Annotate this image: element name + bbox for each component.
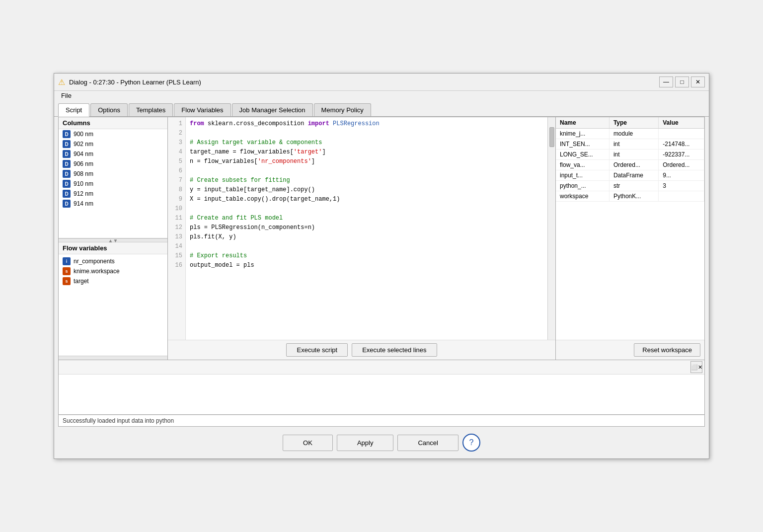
col-type-badge: D — [63, 130, 71, 138]
execute-script-button[interactable]: Execute script — [286, 343, 348, 357]
var-name: target — [74, 278, 89, 285]
reset-btn-row: Reset workspace — [556, 340, 704, 360]
bottom-buttons: OK Apply Cancel ? — [54, 427, 709, 458]
title-bar: ⚠ Dialog - 0:27:30 - Python Learner (PLS… — [54, 74, 709, 91]
column-item[interactable]: D910 nm — [59, 179, 167, 189]
columns-header: Columns — [59, 117, 167, 129]
var-badge: s — [63, 277, 71, 285]
workspace-table[interactable]: Name Type Value knime_j...moduleINT_SEN.… — [556, 117, 704, 340]
editor-scroll-v[interactable] — [547, 117, 555, 340]
main-content: Columns D900 nmD902 nmD904 nmD906 nmD908… — [58, 117, 705, 360]
col-name: 912 nm — [74, 190, 93, 197]
flow-var-item[interactable]: starget — [59, 276, 167, 286]
column-item[interactable]: D900 nm — [59, 129, 167, 139]
col-name: 900 nm — [74, 131, 93, 138]
minimize-button[interactable]: — — [659, 76, 673, 87]
ws-col-value: Value — [659, 117, 704, 129]
column-item[interactable]: D908 nm — [59, 169, 167, 179]
maximize-button[interactable]: □ — [675, 76, 689, 87]
ws-row-name: LONG_SE... — [556, 150, 609, 160]
tab-memory-policy[interactable]: Memory Policy — [314, 103, 371, 116]
clear-output-button[interactable]: ⬜✕ — [690, 361, 702, 373]
columns-resize-handle[interactable]: ▲▼ — [59, 238, 167, 242]
code-line: output_model = pls — [190, 261, 543, 270]
col-type-badge: D — [63, 160, 71, 168]
code-line: # Assign target variable & components — [190, 138, 543, 148]
left-panel-resize[interactable] — [59, 356, 167, 360]
tab-flow-variables[interactable]: Flow Variables — [174, 103, 230, 116]
ws-row-type: str — [609, 181, 658, 191]
editor-area: 12345678910111213141516 from sklearn.cro… — [168, 117, 555, 360]
flow-var-item[interactable]: inr_components — [59, 256, 167, 266]
var-badge: i — [63, 257, 71, 265]
table-row[interactable]: workspacePythonK... — [556, 191, 704, 202]
workspace-vars-table: Name Type Value knime_j...moduleINT_SEN.… — [556, 117, 704, 202]
ws-row-value — [659, 129, 704, 139]
col-name: 914 nm — [74, 200, 93, 207]
column-item[interactable]: D902 nm — [59, 139, 167, 149]
column-item[interactable]: D912 nm — [59, 189, 167, 199]
col-type-badge: D — [63, 140, 71, 148]
ws-row-value: 3 — [659, 181, 704, 191]
apply-button[interactable]: Apply — [337, 435, 394, 451]
ws-row-name: python_... — [556, 181, 609, 191]
code-line — [190, 242, 543, 251]
left-panel: Columns D900 nmD902 nmD904 nmD906 nmD908… — [59, 117, 168, 360]
ok-button[interactable]: OK — [283, 435, 333, 451]
status-bar: Successfully loaded input data into pyth… — [58, 415, 705, 427]
code-content[interactable]: from sklearn.cross_decomposition import … — [186, 117, 547, 340]
code-line: # Create subsets for fitting — [190, 176, 543, 185]
code-line: pls = PLSRegression(n_components=n) — [190, 223, 543, 232]
col-type-badge: D — [63, 150, 71, 158]
col-type-badge: D — [63, 200, 71, 208]
col-type-badge: D — [63, 170, 71, 178]
editor-buttons: Execute script Execute selected lines — [168, 340, 555, 360]
columns-list[interactable]: D900 nmD902 nmD904 nmD906 nmD908 nmD910 … — [59, 129, 167, 238]
col-name: 906 nm — [74, 160, 93, 167]
column-item[interactable]: D906 nm — [59, 159, 167, 169]
col-name: 908 nm — [74, 170, 93, 177]
scroll-thumb[interactable] — [549, 127, 554, 147]
reset-workspace-button[interactable]: Reset workspace — [634, 343, 700, 357]
flow-var-item[interactable]: sknime.workspace — [59, 266, 167, 276]
clear-icon: ⬜✕ — [691, 364, 702, 371]
close-button[interactable]: ✕ — [691, 76, 705, 87]
line-numbers: 12345678910111213141516 — [168, 117, 186, 340]
ws-row-value: -214748... — [659, 139, 704, 150]
table-row[interactable]: python_...str3 — [556, 181, 704, 191]
table-row[interactable]: knime_j...module — [556, 129, 704, 139]
ws-row-type: DataFrame — [609, 170, 658, 181]
column-item[interactable]: D904 nm — [59, 149, 167, 159]
tab-templates[interactable]: Templates — [129, 103, 173, 116]
ws-row-name: knime_j... — [556, 129, 609, 139]
tab-options[interactable]: Options — [90, 103, 128, 116]
main-window: ⚠ Dialog - 0:27:30 - Python Learner (PLS… — [54, 73, 709, 459]
ws-row-name: workspace — [556, 191, 609, 202]
code-editor[interactable]: 12345678910111213141516 from sklearn.cro… — [168, 117, 555, 340]
file-menu[interactable]: File — [58, 91, 75, 100]
code-line: y = input_table[target_name].copy() — [190, 185, 543, 195]
execute-selected-button[interactable]: Execute selected lines — [352, 343, 437, 357]
table-row[interactable]: input_t...DataFrame9... — [556, 170, 704, 181]
code-line: # Create and fit PLS model — [190, 214, 543, 223]
table-row[interactable]: flow_va...Ordered...Ordered... — [556, 160, 704, 170]
ws-row-name: flow_va... — [556, 160, 609, 170]
code-line: from sklearn.cross_decomposition import … — [190, 119, 543, 129]
ws-row-value: -922337... — [659, 150, 704, 160]
tab-job-manager[interactable]: Job Manager Selection — [232, 103, 313, 116]
var-name: nr_components — [74, 258, 115, 265]
table-row[interactable]: LONG_SE...int-922337... — [556, 150, 704, 160]
output-content — [59, 375, 704, 414]
ws-row-type: int — [609, 150, 658, 160]
flow-vars-list[interactable]: inr_componentssknime.workspacestarget — [59, 254, 167, 356]
col-type-badge: D — [63, 190, 71, 198]
cancel-button[interactable]: Cancel — [397, 435, 458, 451]
column-item[interactable]: D914 nm — [59, 199, 167, 209]
code-line — [190, 129, 543, 138]
col-name: 904 nm — [74, 151, 93, 157]
ws-row-type: Ordered... — [609, 160, 658, 170]
help-button[interactable]: ? — [462, 434, 480, 452]
table-row[interactable]: INT_SEN...int-214748... — [556, 139, 704, 150]
title-bar-left: ⚠ Dialog - 0:27:30 - Python Learner (PLS… — [58, 77, 201, 87]
tab-script[interactable]: Script — [58, 103, 89, 117]
